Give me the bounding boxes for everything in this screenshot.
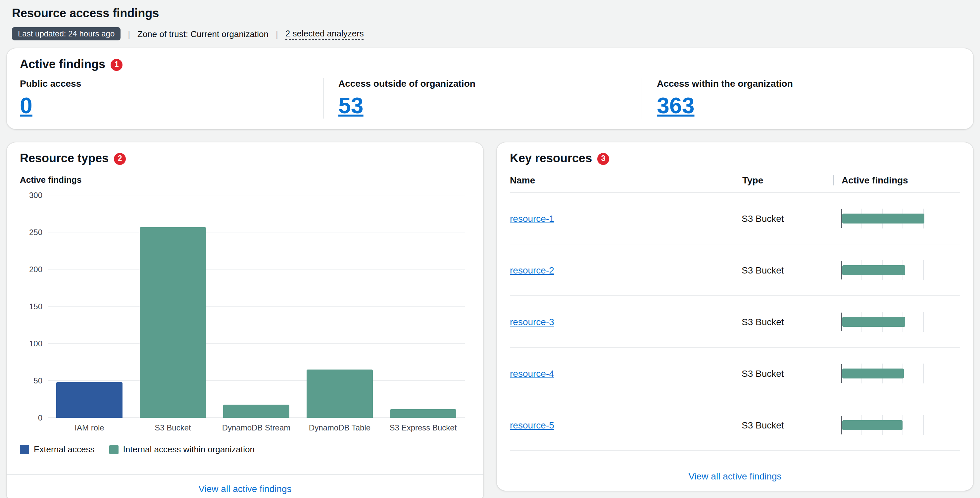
bar-slot [298,196,382,418]
mini-chart-tick [923,415,924,435]
mini-bar-chart [841,415,923,435]
legend-swatch [20,445,29,454]
y-axis-tick-label: 0 [20,413,42,423]
page-header: Resource access findings Last updated: 2… [6,6,974,40]
x-axis-label: DynamoDB Stream [215,423,298,433]
bar-s3-bucket[interactable] [139,228,206,418]
table-row: resource-3S3 Bucket [510,296,960,348]
bar-s3-express-bucket[interactable] [390,409,457,418]
active-findings-metrics: Public access 0 Access outside of organi… [20,78,960,119]
mini-bar[interactable] [842,420,902,430]
bar-iam-role[interactable] [56,382,123,418]
mini-bar[interactable] [842,265,905,275]
resource-types-plot: 050100150200250300 [48,196,465,418]
active-findings-cell [833,208,960,228]
key-resources-footer: View all active findings [496,461,974,491]
legend-swatch [109,445,119,454]
metric-label: Access within the organization [657,78,960,89]
bar-slot [215,196,298,418]
column-header-active-findings: Active findings [833,175,960,185]
column-header-name: Name [510,175,734,185]
metric-label: Access outside of organization [338,78,642,89]
column-header-type: Type [734,175,833,185]
separator: | [276,29,278,39]
hotspot-badge-2[interactable]: 2 [114,153,126,165]
key-resources-body: Key resources 3 Name Type Active finding… [496,142,974,461]
active-findings-cell [833,363,960,383]
name-cell: resource-3 [510,315,734,328]
legend-item-internal-access-within-organization[interactable]: Internal access within organization [109,444,255,454]
public-access-count-link[interactable]: 0 [20,93,32,119]
mini-bar[interactable] [842,213,924,223]
metric-within-organization: Access within the organization 363 [642,78,960,119]
active-findings-cell [833,312,960,331]
mini-chart-tick [923,260,924,280]
key-resources-title-text: Key resources [510,152,592,165]
within-organization-count-link[interactable]: 363 [657,93,694,119]
bar-slot [382,196,465,418]
resource-link[interactable]: resource-5 [510,420,554,430]
resource-types-body: Resource types 2 Active findings 0501001… [6,142,484,474]
mini-bar-chart [841,260,923,280]
key-resources-card: Key resources 3 Name Type Active finding… [496,142,974,491]
active-findings-cell [833,415,960,435]
resource-types-card: Resource types 2 Active findings 0501001… [6,142,484,498]
resource-type: S3 Bucket [734,368,833,379]
name-cell: resource-5 [510,419,734,431]
chart-legend: External accessInternal access within or… [20,444,470,454]
x-axis-label: DynamoDB Table [298,423,382,433]
mini-bar[interactable] [842,317,905,326]
bar-dynamodb-table[interactable] [306,370,373,418]
name-cell: resource-1 [510,212,734,224]
resource-type: S3 Bucket [734,420,833,430]
bar-dynamodb-stream[interactable] [223,405,290,418]
page: Resource access findings Last updated: 2… [0,0,980,498]
resource-types-bars [48,196,465,418]
y-axis-tick-label: 250 [20,228,42,237]
resource-types-title: Resource types 2 [20,152,470,165]
x-axis-label: S3 Express Bucket [382,423,465,433]
resource-link[interactable]: resource-3 [510,316,554,327]
view-all-active-findings-link[interactable]: View all active findings [198,484,291,494]
y-axis-tick-label: 50 [20,376,42,385]
mini-chart-tick [902,415,903,435]
name-cell: resource-4 [510,367,734,379]
y-axis-tick-label: 100 [20,339,42,348]
table-row: resource-4S3 Bucket [510,348,960,399]
dashboard-row: Resource types 2 Active findings 0501001… [6,142,974,498]
mini-bar[interactable] [842,368,904,378]
page-title: Resource access findings [12,6,968,21]
bar-slot [48,196,131,418]
legend-label: Internal access within organization [123,444,255,454]
metric-outside-organization: Access outside of organization 53 [323,78,642,119]
page-meta: Last updated: 24 hours ago | Zone of tru… [12,27,968,40]
resource-link[interactable]: resource-2 [510,264,554,275]
last-updated-badge: Last updated: 24 hours ago [12,27,121,40]
legend-label: External access [34,444,95,454]
active-findings-card: Active findings 1 Public access 0 Access… [6,48,974,129]
mini-chart-tick [923,363,924,383]
selected-analyzers-link[interactable]: 2 selected analyzers [285,28,364,40]
x-axis-label: S3 Bucket [131,423,215,433]
hotspot-badge-1[interactable]: 1 [111,59,123,70]
legend-item-external-access[interactable]: External access [20,444,95,454]
resource-type: S3 Bucket [734,264,833,275]
resource-link[interactable]: resource-1 [510,213,554,223]
key-resources-title: Key resources 3 [510,152,960,165]
mini-bar-chart [841,312,923,331]
view-all-active-findings-link[interactable]: View all active findings [688,471,781,481]
mini-chart-tick [923,312,924,331]
resource-types-title-text: Resource types [20,152,108,165]
active-findings-title-text: Active findings [20,57,105,72]
separator: | [128,29,130,39]
resource-types-footer: View all active findings [6,474,484,498]
y-axis-tick-label: 300 [20,191,42,200]
metric-public-access: Public access 0 [20,78,323,119]
mini-bar-chart [841,363,923,383]
resource-link[interactable]: resource-4 [510,368,554,379]
outside-organization-count-link[interactable]: 53 [338,93,364,119]
table-header: Name Type Active findings [510,175,960,193]
hotspot-badge-3[interactable]: 3 [597,153,609,165]
table-row: resource-2S3 Bucket [510,244,960,296]
mini-bar-chart [841,208,923,228]
